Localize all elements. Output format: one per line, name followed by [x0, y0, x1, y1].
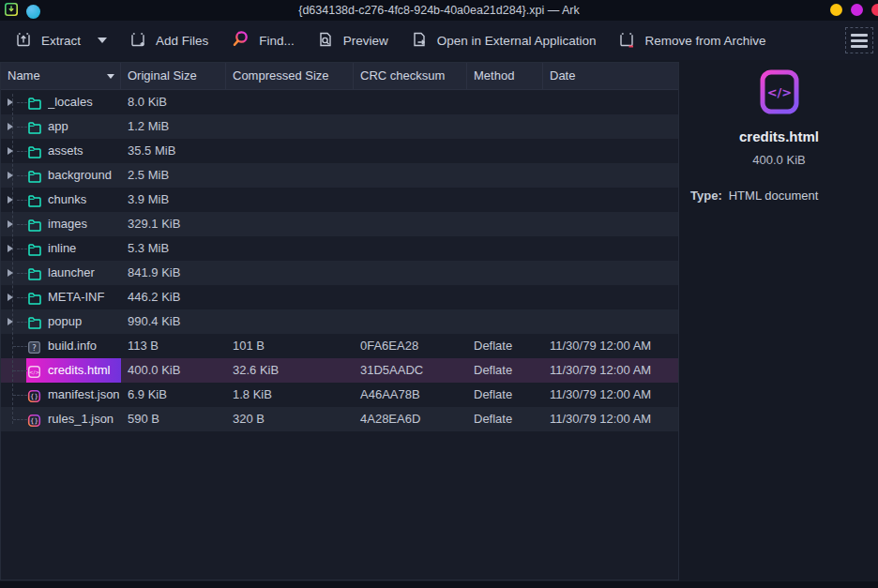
tree-branch-line	[13, 419, 27, 420]
tree-branch-line	[17, 273, 27, 274]
cell-date	[543, 236, 678, 261]
table-row[interactable]: META-INF446.2 KiB	[1, 285, 678, 309]
column-header-compressed-size[interactable]: Compressed Size	[226, 63, 354, 89]
expand-arrow-icon[interactable]	[8, 269, 13, 277]
cell-name[interactable]: {}manifest.json	[1, 383, 121, 407]
cell-method	[467, 163, 543, 188]
minimize-button[interactable]	[830, 4, 842, 16]
cell-date	[543, 212, 678, 236]
entry-name-label: rules_1.json	[48, 407, 119, 431]
cell-date	[543, 309, 678, 334]
cell-name[interactable]: app	[1, 114, 121, 139]
table-row[interactable]: {}manifest.json6.9 KiB1.8 KiBA46AA78BDef…	[1, 383, 678, 407]
table-row[interactable]: launcher841.9 KiB	[1, 261, 678, 285]
table-row[interactable]: background2.5 MiB	[1, 163, 678, 188]
cell-date: 11/30/79 12:00 AM	[543, 334, 678, 358]
table-row[interactable]: inline5.3 MiB	[1, 236, 678, 261]
cell-compressed-size	[226, 236, 354, 261]
expand-arrow-icon[interactable]	[8, 220, 13, 228]
cell-name[interactable]: META-INF	[1, 285, 121, 309]
entry-name-label: app	[48, 114, 119, 139]
preview-button[interactable]: Preview	[314, 26, 390, 55]
find-label: Find...	[259, 34, 295, 48]
cell-date	[543, 163, 678, 188]
cell-crc: A46AA78B	[354, 383, 467, 407]
cell-crc	[354, 114, 467, 139]
column-header-name[interactable]: Name	[1, 63, 121, 89]
cell-name[interactable]: launcher	[1, 261, 121, 285]
cell-original-size: 8.0 KiB	[121, 90, 226, 114]
hamburger-menu-button[interactable]	[845, 27, 873, 53]
cell-name[interactable]: images	[1, 212, 121, 236]
table-row[interactable]: _locales8.0 KiB	[1, 90, 678, 114]
cell-name[interactable]: inline	[1, 236, 121, 261]
entry-name-label: credits.html	[48, 358, 119, 383]
svg-text:</>: </>	[766, 85, 792, 99]
entry-name-label: images	[48, 212, 119, 236]
cell-compressed-size	[226, 261, 354, 285]
table-row[interactable]: chunks3.9 MiB	[1, 188, 678, 212]
remove-from-archive-button[interactable]: Remove from Archive	[615, 26, 767, 55]
expand-arrow-icon[interactable]	[8, 318, 13, 325]
cell-name[interactable]: popup	[1, 309, 121, 334]
table-body: _locales8.0 KiBapp1.2 MiBassets35.5 MiBb…	[1, 90, 678, 431]
expand-arrow-icon[interactable]	[8, 98, 13, 106]
column-header-original-size[interactable]: Original Size	[121, 63, 226, 89]
table-row[interactable]: assets35.5 MiB	[1, 139, 678, 163]
type-label: Type:	[690, 188, 722, 203]
cell-name[interactable]: background	[1, 163, 121, 188]
cell-method	[467, 90, 543, 114]
maximize-button[interactable]	[851, 4, 863, 16]
cell-name[interactable]: ?build.info	[1, 334, 121, 358]
table-row[interactable]: app1.2 MiB	[1, 114, 678, 139]
table-row[interactable]: {}rules_1.json590 B320 B4A28EA6DDeflate1…	[1, 407, 678, 431]
expand-arrow-icon[interactable]	[8, 123, 13, 130]
cell-name[interactable]: chunks	[1, 188, 121, 212]
open-external-button[interactable]: Open in External Application	[408, 26, 598, 55]
table-row[interactable]: images329.1 KiB	[1, 212, 678, 236]
table-row[interactable]: popup990.4 KiB	[1, 309, 678, 334]
cell-method	[467, 188, 543, 212]
ark-window: {d634138d-c276-4fc8-924b-40a0ea21d284}.x…	[0, 0, 878, 588]
table-row[interactable]: ?build.info113 B101 B0FA6EA28Deflate11/3…	[1, 334, 678, 358]
cell-name[interactable]: assets	[1, 139, 121, 163]
add-files-label: Add Files	[156, 34, 208, 48]
expand-arrow-icon[interactable]	[8, 294, 13, 301]
find-button[interactable]: Find...	[228, 25, 296, 56]
cell-original-size: 1.2 MiB	[121, 114, 226, 139]
cell-name[interactable]: {}rules_1.json	[1, 407, 121, 431]
cell-name[interactable]: </>credits.html	[1, 358, 121, 383]
cell-compressed-size	[226, 212, 354, 236]
tree-branch-line	[17, 151, 27, 152]
chevron-down-icon[interactable]	[98, 38, 107, 43]
extract-button[interactable]: Extract	[12, 26, 109, 55]
close-button[interactable]	[871, 4, 878, 16]
cell-compressed-size: 320 B	[226, 407, 354, 431]
cell-name[interactable]: _locales	[1, 90, 121, 114]
expand-arrow-icon[interactable]	[8, 196, 13, 204]
cell-crc: 31D5AADC	[354, 358, 467, 383]
cell-original-size: 841.9 KiB	[121, 261, 226, 285]
add-files-button[interactable]: Add Files	[127, 26, 210, 55]
entry-name-label: inline	[48, 236, 119, 261]
expand-arrow-icon[interactable]	[8, 147, 13, 155]
cell-original-size: 990.4 KiB	[121, 309, 226, 334]
cell-original-size: 113 B	[121, 334, 226, 358]
column-header-date[interactable]: Date	[543, 63, 678, 89]
open-external-icon	[410, 30, 429, 52]
column-header-crc-checksum[interactable]: CRC checksum	[354, 63, 467, 89]
cell-crc	[354, 236, 467, 261]
expand-arrow-icon[interactable]	[8, 245, 13, 252]
column-header-method[interactable]: Method	[467, 63, 543, 89]
extract-icon	[14, 30, 33, 52]
cell-compressed-size	[226, 114, 354, 139]
table-row[interactable]: </>credits.html400.0 KiB32.6 KiB31D5AADC…	[1, 358, 678, 383]
expand-arrow-icon[interactable]	[8, 172, 13, 179]
cell-compressed-size	[226, 90, 354, 114]
cell-method	[467, 139, 543, 163]
folder-icon	[27, 95, 42, 110]
cell-original-size: 6.9 KiB	[121, 383, 226, 407]
tree-branch-line	[13, 395, 27, 396]
entry-name-label: launcher	[48, 261, 119, 285]
folder-icon	[27, 314, 42, 329]
